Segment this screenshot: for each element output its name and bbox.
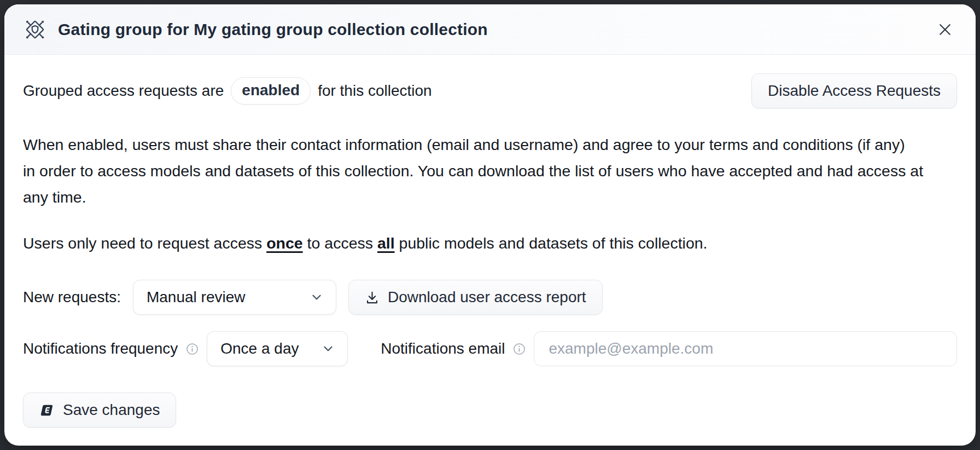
modal-body: Grouped access requests are enabled for … xyxy=(4,73,976,428)
new-requests-select[interactable]: Manual review xyxy=(133,280,336,315)
new-requests-row: New requests: Manual review Dow xyxy=(23,280,957,315)
notifications-row: Notifications frequency Once a day Notif… xyxy=(23,331,957,366)
download-user-access-report-button[interactable]: Download user access report xyxy=(348,280,603,315)
chevron-down-icon xyxy=(321,342,335,356)
disable-button-label: Disable Access Requests xyxy=(768,82,941,100)
notifications-email-input[interactable] xyxy=(534,331,957,366)
description-line: any time. xyxy=(23,184,957,210)
note-part: public models and datasets of this colle… xyxy=(399,234,708,252)
notifications-frequency-select[interactable]: Once a day xyxy=(207,331,348,366)
note-emphasis-all: all xyxy=(377,234,395,252)
new-requests-selected-value: Manual review xyxy=(147,289,246,306)
modal-title: Gating group for My gating group collect… xyxy=(58,20,922,39)
close-x-icon xyxy=(937,21,953,38)
note-part: Users only need to request access xyxy=(23,234,262,252)
description-line: in order to access models and datasets o… xyxy=(23,158,957,184)
disable-access-requests-button[interactable]: Disable Access Requests xyxy=(751,73,957,108)
status-text: Grouped access requests are enabled for … xyxy=(23,77,751,105)
close-button[interactable] xyxy=(933,18,957,42)
status-suffix: for this collection xyxy=(318,82,432,100)
description-paragraph: When enabled, users must share their con… xyxy=(23,131,957,210)
download-icon xyxy=(365,290,380,305)
status-row: Grouped access requests are enabled for … xyxy=(23,73,957,108)
notifications-email-label: Notifications email xyxy=(381,340,505,357)
enterprise-badge-icon xyxy=(39,403,55,418)
note-line: Users only need to request access once t… xyxy=(23,234,957,252)
info-circle-icon[interactable] xyxy=(512,342,526,356)
chevron-down-icon xyxy=(310,290,324,304)
status-prefix: Grouped access requests are xyxy=(23,82,224,100)
note-emphasis-once: once xyxy=(266,234,303,252)
modal-header: Gating group for My gating group collect… xyxy=(4,4,976,55)
save-row: Save changes xyxy=(23,393,957,428)
info-circle-icon[interactable] xyxy=(185,342,199,356)
note-part: to access xyxy=(307,234,373,252)
save-changes-button[interactable]: Save changes xyxy=(23,393,176,428)
frequency-selected-value: Once a day xyxy=(220,340,299,357)
save-button-label: Save changes xyxy=(63,401,160,419)
description-line: When enabled, users must share their con… xyxy=(23,131,957,158)
notifications-frequency-label: Notifications frequency xyxy=(23,340,178,357)
new-requests-label: New requests: xyxy=(23,289,121,306)
gating-group-modal: Gating group for My gating group collect… xyxy=(4,4,976,446)
status-badge: enabled xyxy=(231,77,311,105)
download-button-label: Download user access report xyxy=(388,289,586,306)
gated-shield-icon xyxy=(23,18,47,42)
